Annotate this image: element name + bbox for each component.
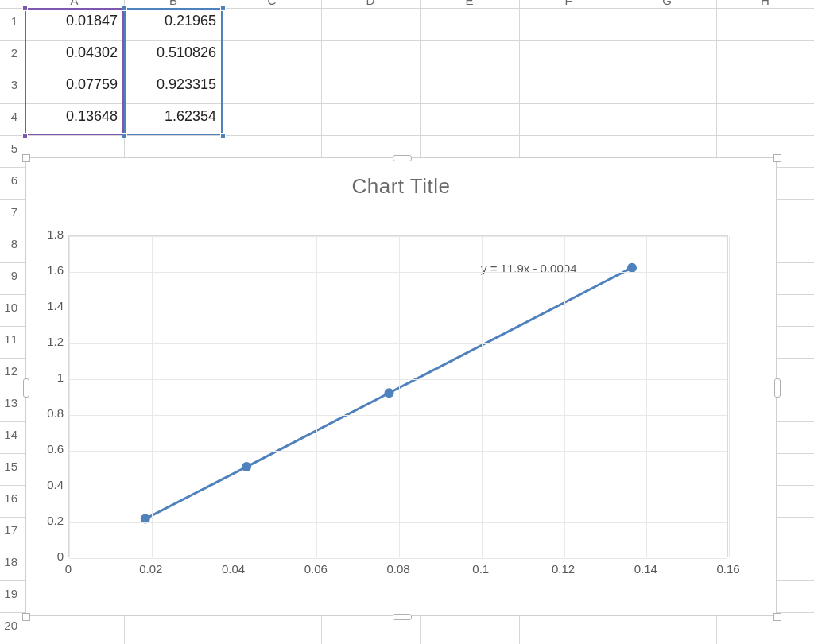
row-header-6[interactable]: 6 bbox=[0, 173, 17, 187]
row-header-13[interactable]: 13 bbox=[0, 396, 17, 409]
row-header-5[interactable]: 5 bbox=[0, 142, 17, 155]
row-header-7[interactable]: 7 bbox=[0, 205, 17, 219]
column-header-F[interactable]: F bbox=[519, 0, 618, 8]
trendline-equation[interactable]: y = 11.9x - 0.0004 bbox=[481, 262, 577, 275]
row-header-18[interactable]: 18 bbox=[0, 555, 17, 568]
row-header-11[interactable]: 11 bbox=[0, 332, 17, 346]
column-header-C[interactable]: C bbox=[223, 0, 321, 8]
selection-handle[interactable] bbox=[22, 6, 28, 11]
y-tick-label: 1.8 bbox=[30, 227, 64, 241]
column-header-H[interactable]: H bbox=[716, 0, 814, 8]
cell-B4[interactable]: 1.62354 bbox=[124, 103, 223, 135]
data-point[interactable] bbox=[242, 462, 251, 471]
y-tick-label: 1.4 bbox=[30, 299, 64, 312]
column-header-A[interactable]: A bbox=[25, 0, 124, 8]
row-header-10[interactable]: 10 bbox=[0, 301, 17, 314]
data-point[interactable] bbox=[384, 388, 393, 398]
column-header-E[interactable]: E bbox=[420, 0, 519, 8]
selection-handle[interactable] bbox=[22, 133, 28, 138]
row-header-1[interactable]: 1 bbox=[0, 14, 17, 28]
x-tick-label: 0.12 bbox=[548, 562, 579, 576]
cell-B3[interactable]: 0.923315 bbox=[124, 72, 223, 103]
chart-resize-handle[interactable] bbox=[393, 614, 412, 620]
chart-resize-handle[interactable] bbox=[773, 154, 781, 162]
cell-B1[interactable]: 0.21965 bbox=[124, 8, 223, 40]
y-tick-label: 0 bbox=[30, 549, 64, 563]
y-tick-label: 0.8 bbox=[30, 406, 64, 420]
embedded-chart[interactable]: Chart Title y = 11.9x - 0.0004 00.20.40.… bbox=[25, 157, 777, 616]
selection-handle[interactable] bbox=[220, 133, 226, 138]
spreadsheet: ABCDEFGH 1234567891011121314151617181920… bbox=[0, 0, 814, 644]
data-point[interactable] bbox=[627, 263, 637, 273]
chart-resize-handle[interactable] bbox=[774, 378, 781, 398]
row-header-16[interactable]: 16 bbox=[0, 491, 17, 505]
x-tick-label: 0.14 bbox=[630, 562, 661, 576]
chart-resize-handle[interactable] bbox=[22, 613, 30, 621]
x-tick-label: 0.04 bbox=[218, 562, 250, 576]
y-tick-label: 1.6 bbox=[30, 263, 64, 277]
y-tick-label: 1 bbox=[30, 370, 64, 384]
chart-resize-handle[interactable] bbox=[23, 378, 29, 398]
plot-area[interactable]: y = 11.9x - 0.0004 bbox=[68, 235, 728, 557]
y-tick-label: 0.4 bbox=[30, 478, 64, 491]
row-header-15[interactable]: 15 bbox=[0, 460, 17, 473]
chart-resize-handle[interactable] bbox=[393, 155, 412, 161]
column-header-D[interactable]: D bbox=[321, 0, 420, 8]
row-header-8[interactable]: 8 bbox=[0, 237, 17, 250]
x-tick-label: 0.16 bbox=[712, 562, 744, 576]
row-header-3[interactable]: 3 bbox=[0, 78, 17, 91]
x-tick-label: 0.02 bbox=[135, 562, 167, 576]
chart-title[interactable]: Chart Title bbox=[26, 174, 776, 199]
cell-A4[interactable]: 0.13648 bbox=[25, 103, 124, 135]
row-header-4[interactable]: 4 bbox=[0, 110, 17, 123]
row-header-17[interactable]: 17 bbox=[0, 523, 17, 537]
cell-A2[interactable]: 0.04302 bbox=[25, 40, 124, 72]
selection-handle[interactable] bbox=[220, 6, 226, 11]
selection-handle[interactable] bbox=[122, 133, 127, 138]
column-header-B[interactable]: B bbox=[124, 0, 223, 8]
row-header-14[interactable]: 14 bbox=[0, 428, 17, 441]
row-header-9[interactable]: 9 bbox=[0, 269, 17, 282]
x-tick-label: 0 bbox=[52, 562, 84, 576]
y-tick-label: 0.2 bbox=[30, 514, 64, 527]
chart-resize-handle[interactable] bbox=[22, 154, 30, 162]
row-header-12[interactable]: 12 bbox=[0, 364, 17, 378]
row-header-20[interactable]: 20 bbox=[0, 619, 17, 632]
cell-A3[interactable]: 0.07759 bbox=[25, 72, 124, 103]
y-tick-label: 0.6 bbox=[30, 442, 64, 456]
row-header-19[interactable]: 19 bbox=[0, 587, 17, 600]
y-tick-label: 1.2 bbox=[30, 335, 64, 348]
column-header-G[interactable]: G bbox=[618, 0, 716, 8]
x-tick-label: 0.08 bbox=[382, 562, 414, 576]
selection-handle[interactable] bbox=[122, 6, 127, 11]
x-tick-label: 0.06 bbox=[300, 562, 331, 576]
row-header-2[interactable]: 2 bbox=[0, 46, 17, 60]
cell-A1[interactable]: 0.01847 bbox=[25, 8, 124, 40]
x-tick-label: 0.1 bbox=[465, 562, 497, 576]
cell-B2[interactable]: 0.510826 bbox=[124, 40, 223, 72]
chart-resize-handle[interactable] bbox=[773, 613, 781, 621]
